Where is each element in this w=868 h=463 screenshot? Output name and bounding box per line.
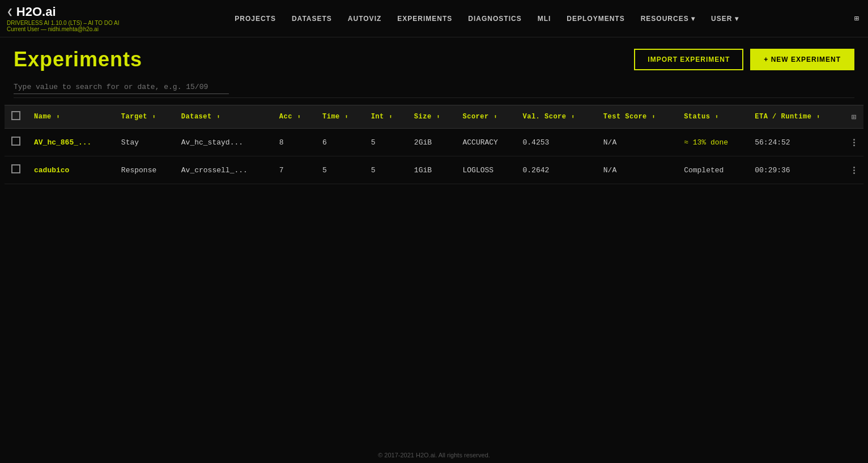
row-target-0: Stay <box>114 129 175 156</box>
sort-arrow-val-score: ⬆ <box>568 114 575 120</box>
row-scorer-0: ACCURACY <box>456 129 516 156</box>
nav-links: PROJECTS DATASETS AUTOVIZ EXPERIMENTS DI… <box>235 15 738 23</box>
row-acc-0: 8 <box>273 129 316 156</box>
nav-projects[interactable]: PROJECTS <box>235 15 276 23</box>
col-header-test-score[interactable]: Test Score ⬆ <box>597 105 677 129</box>
sort-arrow-acc: ⬆ <box>293 114 301 120</box>
row-val-score-0: 0.4253 <box>516 129 596 156</box>
nav-resources[interactable]: RESOURCES ▾ <box>641 15 695 23</box>
row-eta-0: 56:24:52 <box>748 129 845 156</box>
table-row[interactable]: cadubico Response Av_crossell_... 7 5 5 … <box>5 156 863 184</box>
user-email: nidhi.mehta@h2o.ai <box>48 26 99 32</box>
sort-arrow-eta-runtime: ⬆ <box>812 114 820 120</box>
row-checkbox-1[interactable] <box>11 164 20 173</box>
col-header-size[interactable]: Size ⬆ <box>407 105 456 129</box>
logo-area: ❮ H2O.ai DRIVERLESS AI 1.10.0 (LTS) – AI… <box>7 5 119 32</box>
search-input[interactable] <box>14 80 229 94</box>
brand-subtitle: DRIVERLESS AI 1.10.0 (LTS) – AI TO DO AI <box>7 20 119 26</box>
nav-user[interactable]: USER ▾ <box>711 15 739 23</box>
table-body: AV_hc_865_... Stay Av_hc_stayd... 8 6 5 … <box>5 129 863 184</box>
col-header-dataset[interactable]: Dataset ⬆ <box>175 105 273 129</box>
sort-arrow-int: ⬆ <box>385 114 393 120</box>
footer: © 2017-2021 H2O.ai. All rights reserved. <box>0 447 868 463</box>
sort-arrow-test-score: ⬆ <box>648 114 656 120</box>
row-name-1[interactable]: cadubico <box>27 156 114 184</box>
page-header: Experiments IMPORT EXPERIMENT + NEW EXPE… <box>0 37 868 78</box>
row-name-0[interactable]: AV_hc_865_... <box>27 129 114 156</box>
import-experiment-button[interactable]: IMPORT EXPERIMENT <box>634 49 743 70</box>
col-actions-icon: ⊞ <box>852 113 857 122</box>
row-status-0: ≈ 13% done <box>677 129 748 156</box>
col-header-acc[interactable]: Acc ⬆ <box>273 105 316 129</box>
page-title: Experiments <box>14 48 142 71</box>
row-acc-1: 7 <box>273 156 316 184</box>
table-header-row: Name ⬆ Target ⬆ Dataset ⬆ Acc ⬆ Time ⬆ I… <box>5 105 863 129</box>
header-checkbox[interactable] <box>11 111 20 120</box>
sort-arrow-time: ⬆ <box>341 114 348 120</box>
row-actions-0[interactable] <box>845 129 863 156</box>
col-header-eta-runtime[interactable]: ETA / Runtime ⬆ <box>748 105 845 129</box>
experiments-table: Name ⬆ Target ⬆ Dataset ⬆ Acc ⬆ Time ⬆ I… <box>5 105 863 184</box>
new-experiment-button[interactable]: + NEW EXPERIMENT <box>750 49 854 70</box>
grid-icon[interactable]: ⊞ <box>854 14 859 23</box>
row-int-1: 5 <box>364 156 407 184</box>
row-int-0: 5 <box>364 129 407 156</box>
row-actions-1[interactable] <box>845 156 863 184</box>
footer-text: © 2017-2021 H2O.ai. All rights reserved. <box>378 452 490 458</box>
nav-diagnostics[interactable]: DIAGNOSTICS <box>468 15 521 23</box>
top-nav: ❮ H2O.ai DRIVERLESS AI 1.10.0 (LTS) – AI… <box>0 0 868 37</box>
col-header-actions: ⊞ <box>845 105 863 129</box>
sort-arrow-size: ⬆ <box>433 114 440 120</box>
search-area <box>0 78 868 94</box>
row-menu-1[interactable] <box>852 167 857 174</box>
row-checkbox-0[interactable] <box>11 137 20 146</box>
nav-right: ⊞ <box>854 14 859 23</box>
nav-datasets[interactable]: DATASETS <box>292 15 332 23</box>
col-header-int[interactable]: Int ⬆ <box>364 105 407 129</box>
row-checkbox-cell[interactable] <box>5 129 27 156</box>
search-divider <box>14 97 854 98</box>
row-size-0: 2GiB <box>407 129 456 156</box>
row-size-1: 1GiB <box>407 156 456 184</box>
sort-arrow-status: ⬆ <box>711 114 718 120</box>
row-test-score-1: N/A <box>597 156 677 184</box>
row-checkbox-cell[interactable] <box>5 156 27 184</box>
col-header-scorer[interactable]: Scorer ⬆ <box>456 105 516 129</box>
experiments-table-container: Name ⬆ Target ⬆ Dataset ⬆ Acc ⬆ Time ⬆ I… <box>0 100 868 184</box>
row-dataset-1: Av_crossell_... <box>175 156 273 184</box>
row-time-0: 6 <box>316 129 364 156</box>
col-header-status[interactable]: Status ⬆ <box>677 105 748 129</box>
col-header-target[interactable]: Target ⬆ <box>114 105 175 129</box>
current-user-label: Current User — nidhi.mehta@h2o.ai <box>7 26 119 32</box>
row-time-1: 5 <box>316 156 364 184</box>
col-header-name[interactable]: Name ⬆ <box>27 105 114 129</box>
col-header-val-score[interactable]: Val. Score ⬆ <box>516 105 596 129</box>
sort-arrow-target: ⬆ <box>148 114 156 120</box>
table-row[interactable]: AV_hc_865_... Stay Av_hc_stayd... 8 6 5 … <box>5 129 863 156</box>
row-menu-0[interactable] <box>852 139 857 146</box>
col-header-time[interactable]: Time ⬆ <box>316 105 364 129</box>
row-status-1: Completed <box>677 156 748 184</box>
row-target-1: Response <box>114 156 175 184</box>
nav-autoviz[interactable]: AUTOVIZ <box>348 15 381 23</box>
nav-deployments[interactable]: DEPLOYMENTS <box>567 15 624 23</box>
row-scorer-1: LOGLOSS <box>456 156 516 184</box>
row-eta-1: 00:29:36 <box>748 156 845 184</box>
nav-experiments[interactable]: EXPERIMENTS <box>397 15 452 23</box>
row-test-score-0: N/A <box>597 129 677 156</box>
select-all-checkbox-header[interactable] <box>5 105 27 129</box>
brand-name[interactable]: H2O.ai <box>16 5 56 19</box>
sort-arrow-name: ⬆ <box>53 114 60 120</box>
sort-arrow-dataset: ⬆ <box>213 114 220 120</box>
row-val-score-1: 0.2642 <box>516 156 596 184</box>
back-arrow-icon[interactable]: ❮ <box>7 6 13 18</box>
sort-arrow-scorer: ⬆ <box>490 114 497 120</box>
row-dataset-0: Av_hc_stayd... <box>175 129 273 156</box>
header-actions: IMPORT EXPERIMENT + NEW EXPERIMENT <box>634 49 854 70</box>
nav-mli[interactable]: MLI <box>538 15 551 23</box>
